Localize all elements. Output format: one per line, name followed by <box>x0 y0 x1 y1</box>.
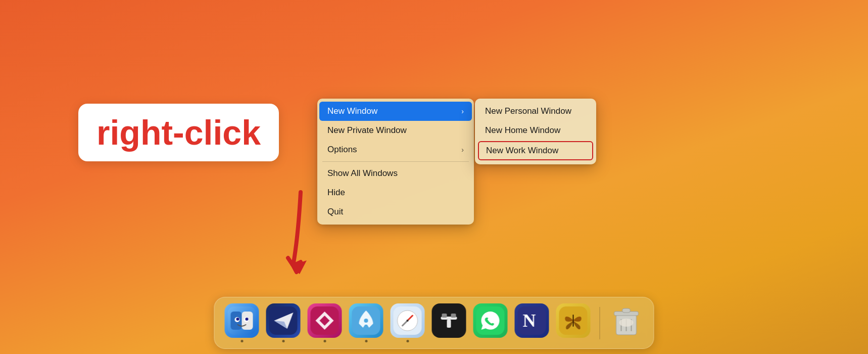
chevron-right-icon: › <box>461 107 464 115</box>
svg-rect-23 <box>442 314 447 318</box>
dock-indicator-spark <box>282 340 284 342</box>
svg-rect-22 <box>447 320 451 328</box>
finder-icon[interactable] <box>225 303 259 338</box>
dock-indicator-finder <box>240 340 243 342</box>
submenu-item-personal-label: New Personal Window <box>485 106 571 116</box>
menu-item-options-label: Options <box>327 145 461 155</box>
toolbox-icon[interactable] <box>432 303 466 338</box>
right-click-label: right-click <box>78 104 279 161</box>
svg-text:N: N <box>523 311 536 331</box>
pixelmator-icon[interactable] <box>308 303 342 338</box>
dock-item-trash[interactable] <box>609 303 644 342</box>
dock-item-finder[interactable] <box>225 303 259 342</box>
menu-item-quit[interactable]: Quit <box>317 202 474 222</box>
dock-separator <box>600 307 600 339</box>
spark-icon[interactable] <box>266 303 301 338</box>
svg-point-13 <box>364 319 368 323</box>
svg-point-19 <box>407 320 409 322</box>
submenu-item-work[interactable]: New Work Window <box>478 141 593 160</box>
svg-rect-29 <box>573 315 574 327</box>
submenu-item-personal[interactable]: New Personal Window <box>475 102 596 121</box>
menu-item-new-window-label: New Window <box>327 106 461 116</box>
dock: N <box>214 297 654 349</box>
navi-icon[interactable]: N <box>515 303 549 338</box>
dock-indicator-testflight <box>365 340 367 342</box>
dock-indicator-safari <box>406 340 409 342</box>
menu-item-show-all-windows[interactable]: Show All Windows <box>317 164 474 183</box>
menu-item-new-private-window[interactable]: New Private Window <box>317 121 474 140</box>
svg-point-6 <box>236 318 239 321</box>
svg-point-36 <box>619 319 634 327</box>
tes-icon[interactable] <box>556 303 591 338</box>
dock-indicator-pixelmator <box>323 340 326 342</box>
submenu: New Personal Window New Home Window New … <box>475 99 596 164</box>
menu-item-new-window[interactable]: New Window › New Personal Window New Hom… <box>319 102 472 121</box>
safari-icon[interactable] <box>391 303 425 338</box>
dock-item-tes[interactable] <box>556 303 591 342</box>
svg-rect-24 <box>451 314 456 318</box>
testflight-icon[interactable] <box>349 303 383 338</box>
dock-item-pixelmator[interactable] <box>308 303 342 342</box>
whatsapp-icon[interactable] <box>473 303 508 338</box>
submenu-item-work-label: New Work Window <box>486 146 558 156</box>
menu-separator <box>322 161 469 162</box>
menu-item-quit-label: Quit <box>327 207 464 217</box>
context-menu: New Window › New Personal Window New Hom… <box>317 99 474 225</box>
menu-item-show-all-windows-label: Show All Windows <box>327 168 464 179</box>
dock-item-testflight[interactable] <box>349 303 383 342</box>
menu-item-hide[interactable]: Hide <box>317 183 474 202</box>
svg-rect-32 <box>622 308 631 313</box>
submenu-item-home[interactable]: New Home Window <box>475 121 596 140</box>
svg-point-7 <box>246 318 249 321</box>
chevron-right-icon-options: › <box>461 146 464 154</box>
dock-item-toolbox[interactable] <box>432 303 466 342</box>
menu-item-hide-label: Hide <box>327 188 464 198</box>
submenu-item-home-label: New Home Window <box>485 125 560 136</box>
menu-item-new-private-window-label: New Private Window <box>327 125 464 136</box>
menu-item-options[interactable]: Options › <box>317 140 474 159</box>
dock-item-whatsapp[interactable] <box>473 303 508 342</box>
dock-item-spark[interactable] <box>266 303 301 342</box>
dock-item-navi[interactable]: N <box>515 303 549 342</box>
trash-icon[interactable] <box>609 303 644 338</box>
dock-item-safari[interactable] <box>391 303 425 342</box>
